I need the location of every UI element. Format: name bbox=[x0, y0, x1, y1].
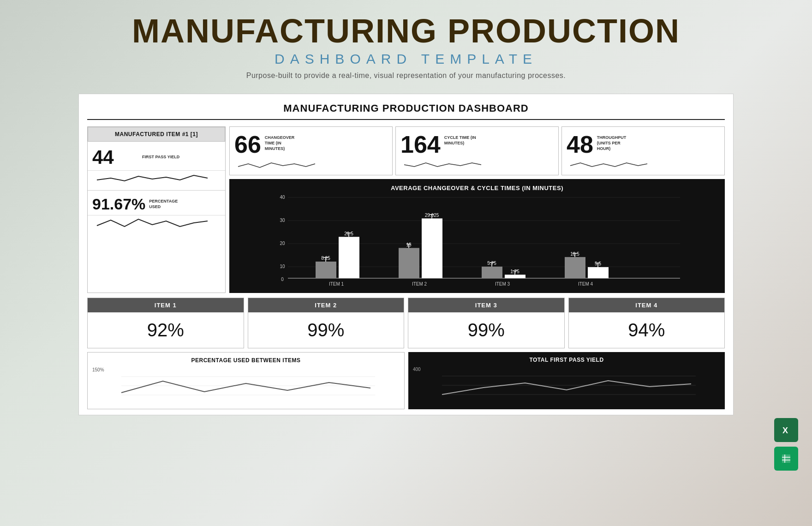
svg-text:ITEM 2: ITEM 2 bbox=[412, 281, 427, 287]
pct-sparkline bbox=[88, 215, 225, 235]
changeover-card: 66 CHANGEOVERTIME (INMINUTES) bbox=[229, 126, 393, 175]
throughput-card: 48 THROUGHPUT(UNITS PERHOUR) bbox=[561, 126, 725, 175]
right-area: 66 CHANGEOVERTIME (INMINUTES) 164 CYCLE … bbox=[229, 126, 725, 293]
svg-rect-14 bbox=[339, 237, 359, 278]
left-panel: MANUFACTURED ITEM #1 [1] 44 FIRST PASS Y… bbox=[87, 126, 226, 293]
throughput-spark bbox=[562, 158, 724, 175]
cycletime-label: CYCLE TIME (INMINUTES) bbox=[444, 131, 476, 146]
pct-section: 91.67% PERCENTAGEUSED bbox=[88, 191, 225, 235]
svg-text:30: 30 bbox=[280, 218, 285, 223]
header: MANUFACTURING PRODUCTION DASHBOARD TEMPL… bbox=[0, 0, 812, 84]
bottom-right-panel: TOTAL FIRST PASS YIELD 400 bbox=[408, 352, 725, 409]
item1-value: 92% bbox=[88, 312, 244, 348]
changeover-value: 66 bbox=[234, 131, 261, 158]
svg-text:X: X bbox=[782, 426, 788, 435]
fpy-y-label: 400 bbox=[413, 367, 720, 372]
main-title: MANUFACTURING PRODUCTION bbox=[0, 13, 812, 49]
bottom-right-title: TOTAL FIRST PASS YIELD bbox=[413, 357, 720, 367]
throughput-label: THROUGHPUT(UNITS PERHOUR) bbox=[597, 131, 627, 151]
excel-icons: X bbox=[774, 418, 798, 471]
chart-svg: 40 30 20 10 0 bbox=[236, 195, 718, 287]
pct-metric: 91.67% PERCENTAGEUSED bbox=[88, 191, 225, 215]
description: Purpose-built to provide a real-time, vi… bbox=[0, 72, 812, 80]
item4-label: ITEM 4 bbox=[569, 298, 725, 312]
pct-value: 91.67% bbox=[92, 195, 145, 213]
top-metrics-row: 66 CHANGEOVERTIME (INMINUTES) 164 CYCLE … bbox=[229, 126, 725, 175]
chart-title: AVERAGE CHANGEOVER & CYCLE TIMES (IN MIN… bbox=[236, 185, 718, 191]
bottom-row: PERCENTAGE USED BETWEEN ITEMS 150% TOTAL… bbox=[87, 352, 725, 409]
svg-rect-32 bbox=[505, 275, 525, 278]
sheets-icon[interactable] bbox=[774, 447, 798, 471]
pct-chart: 150% bbox=[92, 367, 400, 404]
svg-text:ITEM 3: ITEM 3 bbox=[495, 281, 510, 287]
changeover-label: CHANGEOVERTIME (INMINUTES) bbox=[265, 131, 295, 151]
top-row: MANUFACTURED ITEM #1 [1] 44 FIRST PASS Y… bbox=[87, 126, 725, 293]
item3-value: 99% bbox=[408, 312, 564, 348]
cycletime-top: 164 CYCLE TIME (INMINUTES) bbox=[396, 127, 558, 158]
svg-rect-19 bbox=[399, 248, 419, 279]
throughput-value: 48 bbox=[567, 131, 593, 158]
fpy-sparkline bbox=[88, 171, 225, 190]
fpy-value: 44 bbox=[92, 146, 138, 168]
bar-chart-area: AVERAGE CHANGEOVER & CYCLE TIMES (IN MIN… bbox=[229, 179, 725, 293]
item1-label: ITEM 1 bbox=[88, 298, 244, 312]
excel-icon[interactable]: X bbox=[774, 418, 798, 442]
fpy-section: 44 FIRST PASS YIELD bbox=[88, 142, 225, 191]
pct-label: PERCENTAGEUSED bbox=[149, 199, 178, 209]
svg-rect-28 bbox=[482, 267, 502, 278]
chart-inner: 40 30 20 10 0 bbox=[236, 195, 718, 287]
item1-card: ITEM 1 92% bbox=[87, 298, 244, 348]
item2-label: ITEM 2 bbox=[248, 298, 404, 312]
item2-value: 99% bbox=[248, 312, 404, 348]
fpy-label: FIRST PASS YIELD bbox=[142, 155, 179, 160]
item3-card: ITEM 3 99% bbox=[408, 298, 565, 348]
pct-y-label: 150% bbox=[92, 367, 400, 372]
svg-text:40: 40 bbox=[280, 195, 285, 200]
item3-label: ITEM 3 bbox=[408, 298, 564, 312]
bottom-left-panel: PERCENTAGE USED BETWEEN ITEMS 150% bbox=[87, 352, 405, 409]
item-label: MANUFACTURED ITEM #1 [1] bbox=[88, 127, 225, 142]
svg-text:ITEM 4: ITEM 4 bbox=[578, 281, 593, 287]
svg-text:0: 0 bbox=[281, 277, 284, 282]
fpy-metric: 44 FIRST PASS YIELD bbox=[88, 142, 225, 171]
svg-rect-59 bbox=[782, 454, 790, 463]
items-row: ITEM 1 92% ITEM 2 99% ITEM 3 99% ITEM 4 … bbox=[87, 298, 725, 348]
cycletime-spark bbox=[396, 158, 558, 175]
svg-rect-23 bbox=[422, 219, 442, 279]
throughput-top: 48 THROUGHPUT(UNITS PERHOUR) bbox=[562, 127, 724, 158]
svg-rect-37 bbox=[565, 257, 585, 278]
dashboard-container: MANUFACTURING PRODUCTION DASHBOARD MANUF… bbox=[78, 94, 734, 415]
item4-card: ITEM 4 94% bbox=[568, 298, 725, 348]
svg-text:ITEM 1: ITEM 1 bbox=[329, 281, 344, 287]
changeover-spark bbox=[230, 158, 392, 175]
svg-rect-41 bbox=[588, 267, 609, 278]
svg-text:10: 10 bbox=[280, 264, 285, 269]
changeover-top: 66 CHANGEOVERTIME (INMINUTES) bbox=[230, 127, 392, 158]
svg-text:20: 20 bbox=[280, 241, 285, 246]
item2-card: ITEM 2 99% bbox=[248, 298, 405, 348]
item4-value: 94% bbox=[569, 312, 725, 348]
svg-rect-10 bbox=[316, 262, 336, 278]
fpy-total-chart: 400 bbox=[413, 367, 720, 404]
bottom-left-title: PERCENTAGE USED BETWEEN ITEMS bbox=[92, 357, 400, 367]
dashboard-title: MANUFACTURING PRODUCTION DASHBOARD bbox=[87, 102, 725, 120]
sub-title: DASHBOARD TEMPLATE bbox=[0, 51, 812, 67]
cycletime-value: 164 bbox=[400, 131, 441, 158]
cycletime-card: 164 CYCLE TIME (INMINUTES) bbox=[395, 126, 559, 175]
